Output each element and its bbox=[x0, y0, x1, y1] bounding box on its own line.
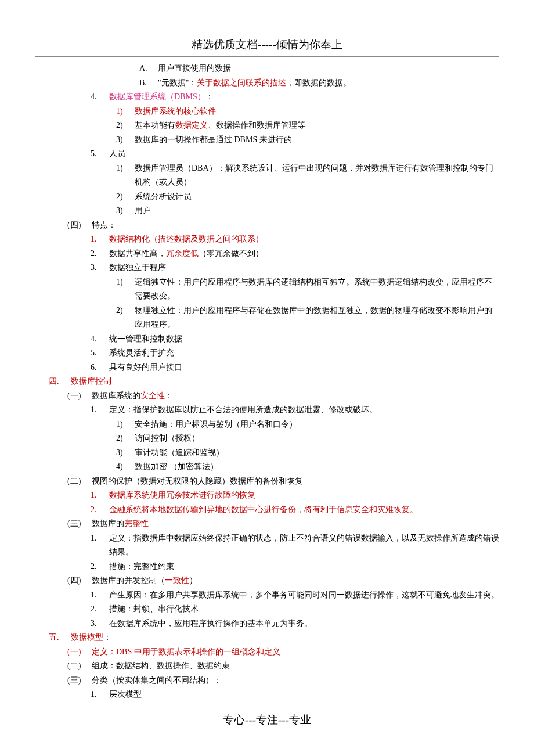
list-item: 5.人员 bbox=[91, 147, 499, 161]
text: 数据库管理员（DBA）：解决系统设计、运行中出现的问题，并对数据库进行有效管理和… bbox=[135, 161, 499, 190]
list-item: (二)组成：数据结构、数据操作、数据约束 bbox=[67, 659, 499, 674]
list-item: 3.数据独立于程序 bbox=[91, 261, 499, 275]
label-2: 2. bbox=[91, 247, 109, 261]
label-3p: 3) bbox=[116, 446, 135, 460]
label-3: 3. bbox=[91, 261, 109, 275]
list-item: 3)用户 bbox=[116, 204, 499, 218]
label-4: 4. bbox=[91, 90, 109, 105]
text: "元数据"：关于数据之间联系的描述，即数据的数据。 bbox=[158, 76, 499, 91]
label-cn4: (四) bbox=[67, 574, 92, 588]
text: 用户 bbox=[135, 204, 499, 218]
label-2p: 2) bbox=[116, 431, 135, 446]
list-item: (四)数据库的并发控制（一致性） bbox=[67, 574, 499, 588]
list-item: 1.定义：指数据库中数据应始终保持正确的状态，防止不符合语义的错误数据输入，以及… bbox=[91, 531, 499, 560]
text: 审计功能（追踪和监视） bbox=[135, 446, 499, 460]
list-item: 5.系统灵活利于扩充 bbox=[91, 346, 499, 361]
list-item: (二)视图的保护（数据对无权限的人隐藏）数据库的备份和恢复 bbox=[67, 474, 499, 489]
list-item: 2.金融系统将本地数据传输到异地的数据中心进行备份，将有利于信息安全和灾难恢复。 bbox=[91, 503, 499, 517]
page-header: 精选优质文档-----倾情为你奉上 bbox=[35, 35, 499, 54]
list-item: 4.统一管理和控制数据 bbox=[91, 332, 499, 347]
text: 数据模型： bbox=[71, 631, 499, 645]
label-A: A. bbox=[139, 62, 158, 76]
text: 在数据库系统中，应用程序执行操作的基本单元为事务。 bbox=[109, 617, 499, 631]
label-2p: 2) bbox=[116, 304, 135, 332]
text: 数据库的一切操作都是通过 DBMS 来进行的 bbox=[135, 133, 499, 147]
text: 组成：数据结构、数据操作、数据约束 bbox=[92, 659, 499, 674]
label-1: 1. bbox=[91, 588, 109, 603]
label-2: 2. bbox=[91, 503, 109, 517]
list-item: (一)定义：DBS 中用于数据表示和操作的一组概念和定义 bbox=[67, 645, 499, 660]
list-item: 2)系统分析设计员 bbox=[116, 190, 499, 204]
text: 特点： bbox=[92, 218, 499, 233]
text: 层次模型 bbox=[109, 687, 499, 702]
text: 定义：指数据库中数据应始终保持正确的状态，防止不符合语义的错误数据输入，以及无效… bbox=[109, 531, 499, 560]
label-cn1: (一) bbox=[67, 389, 92, 404]
list-item: 3)审计功能（追踪和监视） bbox=[116, 446, 499, 460]
section-heading: 四.数据库控制 bbox=[49, 375, 499, 389]
list-item: 1.产生原因：在多用户共享数据库系统中，多个事务可能同时对同一数据进行操作，这就… bbox=[91, 588, 499, 603]
list-item: 4.数据库管理系统（DBMS）： bbox=[91, 90, 499, 105]
list-item: 2)访问控制（授权） bbox=[116, 431, 499, 446]
label-2p: 2) bbox=[116, 118, 135, 133]
label-4p: 4) bbox=[116, 460, 135, 474]
label-3p: 3) bbox=[116, 204, 135, 218]
text: 访问控制（授权） bbox=[135, 431, 499, 446]
text: 统一管理和控制数据 bbox=[109, 332, 499, 347]
list-item: 3)数据库的一切操作都是通过 DBMS 来进行的 bbox=[116, 133, 499, 147]
label-6: 6. bbox=[91, 361, 109, 375]
label-cn3: (三) bbox=[67, 517, 92, 531]
text: 具有良好的用户接口 bbox=[109, 361, 499, 375]
text: 产生原因：在多用户共享数据库系统中，多个事务可能同时对同一数据进行操作，这就不可… bbox=[109, 588, 499, 603]
text: 分类（按实体集之间的不同结构）： bbox=[92, 674, 499, 688]
list-item: 2.数据共享性高，冗余度低（零冗余做不到） bbox=[91, 247, 499, 261]
text: 数据库系统的核心软件 bbox=[135, 105, 499, 119]
label-2: 2. bbox=[91, 560, 109, 574]
text: 数据库控制 bbox=[71, 375, 499, 389]
text: 数据加密 （加密算法） bbox=[135, 460, 499, 474]
list-item: 3.在数据库系统中，应用程序执行操作的基本单元为事务。 bbox=[91, 617, 499, 631]
text: 数据共享性高，冗余度低（零冗余做不到） bbox=[109, 247, 499, 261]
text: 视图的保护（数据对无权限的人隐藏）数据库的备份和恢复 bbox=[92, 474, 499, 489]
list-item: 2)物理独立性：用户的应用程序与存储在数据库中的数据相互独立，数据的物理存储改变… bbox=[116, 304, 499, 332]
text: 数据库系统的安全性： bbox=[92, 389, 499, 404]
label-cn4: (四) bbox=[67, 218, 92, 233]
text: 定义：指保护数据库以防止不合法的使用所造成的数据泄露、修改或破坏。 bbox=[109, 403, 499, 417]
text: 定义：DBS 中用于数据表示和操作的一组概念和定义 bbox=[92, 645, 499, 660]
label-1: 1. bbox=[91, 232, 109, 247]
text: 数据独立于程序 bbox=[109, 261, 499, 275]
label-3p: 3) bbox=[116, 133, 135, 147]
list-item: 1.数据库系统使用冗余技术进行故障的恢复 bbox=[91, 488, 499, 503]
text: 逻辑独立性：用户的应用程序与数据库的逻辑结构相互独立。系统中数据逻辑结构改变，应… bbox=[135, 275, 499, 304]
label-1p: 1) bbox=[116, 161, 135, 190]
label-1: 1. bbox=[91, 687, 109, 702]
text: 系统灵活利于扩充 bbox=[109, 346, 499, 361]
label-2p: 2) bbox=[116, 190, 135, 204]
label-1: 1. bbox=[91, 531, 109, 560]
label-1p: 1) bbox=[116, 275, 135, 304]
list-item: (一)数据库系统的安全性： bbox=[67, 389, 499, 404]
list-item: (三)数据库的完整性 bbox=[67, 517, 499, 531]
list-item: 2)基本功能有数据定义、数据操作和数据库管理等 bbox=[116, 118, 499, 133]
text: 人员 bbox=[109, 147, 499, 161]
label-B: B. bbox=[139, 76, 158, 91]
label-1: 1. bbox=[91, 488, 109, 503]
label-cn2: (二) bbox=[67, 659, 92, 674]
label-2: 2. bbox=[91, 602, 109, 617]
label-roman4: 四. bbox=[49, 375, 71, 389]
text: 金融系统将本地数据传输到异地的数据中心进行备份，将有利于信息安全和灾难恢复。 bbox=[109, 503, 499, 517]
text: 安全措施：用户标识与鉴别（用户名和口令） bbox=[135, 417, 499, 432]
label-1: 1. bbox=[91, 403, 109, 417]
text: 数据库管理系统（DBMS）： bbox=[109, 90, 499, 105]
text: 数据库系统使用冗余技术进行故障的恢复 bbox=[109, 488, 499, 503]
label-cn1: (一) bbox=[67, 645, 92, 660]
list-item: A.用户直接使用的数据 bbox=[139, 62, 499, 76]
text: 措施：完整性约束 bbox=[109, 560, 499, 574]
section-heading: 五.数据模型： bbox=[49, 631, 499, 645]
list-item: 2.措施：封锁、串行化技术 bbox=[91, 602, 499, 617]
list-item: 1)数据库系统的核心软件 bbox=[116, 105, 499, 119]
list-item: (三)分类（按实体集之间的不同结构）： bbox=[67, 674, 499, 688]
header-rule bbox=[35, 56, 499, 57]
label-5: 5. bbox=[91, 346, 109, 361]
text: 用户直接使用的数据 bbox=[158, 62, 499, 76]
text: 数据结构化（描述数据及数据之间的联系） bbox=[109, 232, 499, 247]
